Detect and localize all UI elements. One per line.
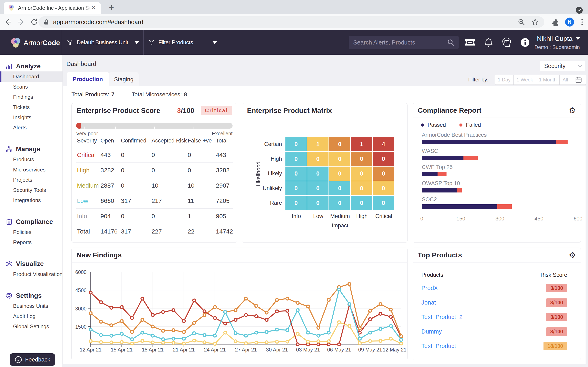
svg-text:12 May 21: 12 May 21 [383, 347, 406, 352]
sidebar: AnalyzeDashboardScansFindingsTicketsInsi… [0, 55, 63, 367]
back-button[interactable] [3, 17, 13, 27]
severity-row-low: Low6660317217117205 [76, 193, 233, 209]
matrix-cell-likely-high: 0 [351, 167, 372, 181]
sidebar-item-integrations[interactable]: Integrations [0, 195, 62, 205]
reload-button[interactable] [29, 17, 39, 27]
product-link-dummy[interactable]: Dummy [421, 328, 442, 335]
compliance-bar-label: CWE Top 25 [422, 164, 578, 170]
tab-production[interactable]: Production [67, 72, 109, 86]
brand-name[interactable]: ArmorCode [24, 39, 60, 47]
legend-item-failed: Failed [459, 122, 481, 128]
top-products-col-header: Products [421, 272, 443, 278]
sidebar-section-compliance: CompliancePoliciesReports [0, 216, 62, 247]
svg-text:27 Apr 21: 27 Apr 21 [235, 347, 257, 352]
matrix-col-label: Info [286, 213, 307, 219]
compliance-group-armorcode-best-practices: ArmorCode Best Practices [422, 132, 578, 144]
product-matrix-heatmap: Likelihood0101400000000000000000000Certa… [242, 118, 407, 242]
compliance-axis-tick: 150 [456, 216, 465, 222]
info-icon[interactable] [520, 38, 530, 47]
product-link-jonat[interactable]: Jonat [421, 299, 436, 306]
sidebar-item-tickets[interactable]: Tickets [0, 102, 62, 112]
sidebar-item-security-tools[interactable]: Security Tools [0, 185, 62, 195]
tab-staging[interactable]: Staging [109, 72, 139, 86]
sidebar-item-product-visualization[interactable]: Product Visualization [0, 269, 62, 279]
business-unit-dropdown[interactable]: Default Business Unit [67, 30, 141, 55]
address-bar[interactable]: app.armorcode.com/#/dashboard [38, 16, 544, 28]
new-tab-button[interactable]: + [107, 3, 116, 12]
sidebar-item-dashboard[interactable]: Dashboard [0, 71, 62, 82]
bookmark-star-icon[interactable] [531, 18, 539, 26]
armorcode-logo-icon[interactable] [10, 37, 21, 49]
browser-menu-icon[interactable] [580, 19, 585, 25]
card-settings-gear-icon[interactable]: ⚙ [569, 106, 576, 115]
sidebar-item-products[interactable]: Products [0, 154, 62, 165]
sidebar-item-scans[interactable]: Scans [0, 82, 62, 92]
sidebar-item-alerts[interactable]: Alerts [0, 123, 62, 133]
forward-button[interactable] [16, 17, 26, 27]
severity-value: 2887 [99, 178, 120, 193]
ticket-icon[interactable] [465, 38, 475, 47]
browser-toolbar: app.armorcode.com/#/dashboard N [0, 14, 588, 30]
tab-search-button[interactable] [576, 7, 583, 14]
bell-icon[interactable] [484, 38, 493, 47]
severity-col-header: Open [99, 135, 120, 147]
product-link-test_product_2[interactable]: Test_Product_2 [421, 314, 463, 320]
matrix-cell-unlikely-medium: 0 [329, 181, 350, 195]
zoom-icon[interactable] [518, 18, 525, 26]
sidebar-item-projects[interactable]: Projects [0, 175, 62, 185]
feedback-button[interactable]: Feedback [10, 353, 55, 366]
user-menu[interactable]: Nikhil Gupta Demo : Superadmin [535, 30, 580, 55]
compliance-bar-segment-passed [422, 204, 497, 209]
severity-value: 0 [120, 209, 150, 224]
sidebar-item-business-units[interactable]: Business Units [0, 301, 62, 311]
browser-profile-avatar[interactable]: N [565, 17, 574, 26]
range-button-1-month[interactable]: 1 Month [536, 75, 560, 84]
sidebar-item-audit-log[interactable]: Audit Log [0, 311, 62, 321]
severity-value: 0 [120, 147, 150, 163]
matrix-cell-unlikely-info: 0 [286, 181, 307, 195]
product-link-prodx[interactable]: ProdX [421, 285, 438, 292]
matrix-cell-high-critical: 0 [373, 152, 394, 166]
sidebar-item-findings[interactable]: Findings [0, 92, 62, 102]
matrix-row-label: High [242, 156, 282, 162]
sidebar-item-global-settings[interactable]: Global Settings [0, 321, 62, 332]
global-search-input[interactable]: Search Alerts, Products [349, 36, 459, 49]
card-settings-gear-icon[interactable]: ⚙ [569, 251, 576, 259]
card-title: Compliance Report [418, 106, 569, 114]
compliance-bar-segment-passed [422, 140, 556, 144]
funnel-icon [148, 39, 155, 46]
severity-value: 11 [186, 193, 215, 209]
sidebar-item-insights[interactable]: Insights [0, 112, 62, 123]
filter-products-dropdown[interactable]: Filter Products [148, 30, 221, 55]
sidebar-item-microservices[interactable]: Microservices [0, 165, 62, 175]
browser-tab[interactable]: ArmorCode Inc - Application Se ✕ [4, 2, 101, 14]
matrix-col-label: Critical [373, 213, 395, 219]
tab-close-icon[interactable]: ✕ [90, 5, 97, 11]
sidebar-item-reports[interactable]: Reports [0, 237, 62, 247]
product-link-test_product[interactable]: Test_Product [421, 343, 456, 350]
range-button-1-week[interactable]: 1 Week [514, 75, 536, 84]
matrix-cell-likely-medium: 0 [329, 167, 350, 181]
svg-text:06 May 21: 06 May 21 [327, 347, 351, 352]
sidebar-item-policies[interactable]: Policies [0, 227, 62, 237]
matrix-cell-certain-high: 1 [351, 137, 372, 151]
severity-value: 217 [150, 193, 186, 209]
severity-value: 0 [120, 163, 150, 178]
score-value: 3/100 [177, 107, 194, 115]
severity-label: Low [76, 193, 99, 209]
matrix-cell-unlikely-high: 0 [351, 181, 372, 195]
severity-value: 317 [120, 224, 150, 239]
extensions-icon[interactable] [552, 18, 560, 26]
matrix-cell-likely-critical: 0 [373, 167, 394, 181]
range-button-1-day[interactable]: 1 Day [495, 75, 514, 84]
range-button-all[interactable]: All [560, 75, 571, 84]
severity-col-header: Accepted Risk [150, 135, 186, 147]
view-select[interactable]: Security [540, 61, 585, 71]
new-findings-chart: 150030004500600012 Apr 2115 Apr 2118 Apr… [72, 263, 408, 360]
browser-tabstrip: ArmorCode Inc - Application Se ✕ + [0, 0, 588, 14]
matrix-row-label: Certain [242, 141, 282, 147]
calendar-icon [575, 76, 582, 83]
severity-label: Info [76, 209, 99, 224]
calendar-button[interactable] [571, 75, 586, 84]
knowledge-base-icon[interactable] [502, 37, 512, 48]
